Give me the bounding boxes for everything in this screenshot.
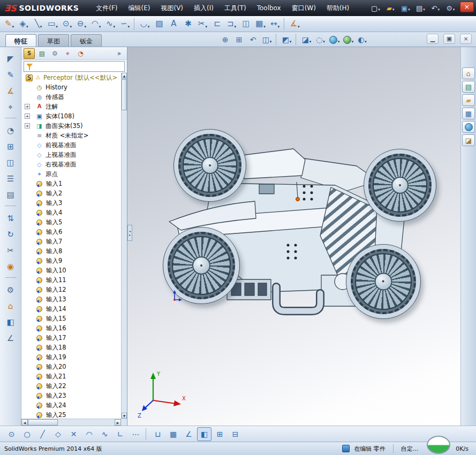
- menu-insert[interactable]: 插入(I): [190, 2, 218, 15]
- angle-snap-icon[interactable]: ∠: [182, 427, 196, 441]
- tree-item-input-18[interactable]: 输入18: [21, 343, 121, 352]
- tab-sheet-metal[interactable]: 钣金: [71, 34, 102, 47]
- dropdown-caret[interactable]: ▾: [99, 25, 101, 31]
- menu-edit[interactable]: 编辑(E): [124, 2, 155, 15]
- smart-dimension-icon[interactable]: ∡▾: [288, 17, 302, 31]
- menu-help[interactable]: 帮助(H): [322, 2, 353, 15]
- angle-tool-icon[interactable]: ∠: [4, 332, 18, 345]
- trim-entities-icon[interactable]: ✂▾: [195, 17, 210, 31]
- configurationmanager-tab-icon[interactable]: ⚙: [49, 48, 61, 59]
- tree-tabs-overflow-icon[interactable]: »: [114, 48, 125, 59]
- dropdown-caret[interactable]: ▾: [70, 25, 72, 31]
- dropdown-caret[interactable]: ▾: [453, 7, 455, 13]
- dropdown-caret[interactable]: ▾: [298, 25, 300, 31]
- save-icon[interactable]: ▣▾: [398, 2, 412, 14]
- tree-item-history[interactable]: ◷History: [21, 82, 121, 92]
- custom-properties-icon[interactable]: ◪: [462, 134, 475, 146]
- tree-item-annotations[interactable]: +A注解: [21, 102, 121, 111]
- snap-circle-icon[interactable]: ○: [20, 427, 34, 441]
- propertymanager-tab-icon[interactable]: ▤: [36, 48, 48, 59]
- tree-item-input-20[interactable]: 输入20: [21, 362, 121, 371]
- dropdown-caret[interactable]: ▾: [408, 7, 410, 13]
- scroll-down-icon[interactable]: ▼: [122, 413, 127, 419]
- rotate-tool-icon[interactable]: ↻: [4, 228, 18, 241]
- tree-item-solid-bodies[interactable]: +▣实体(108): [21, 111, 121, 121]
- tree-item-input-25[interactable]: 输入25: [21, 410, 121, 419]
- sketch-rectangle-icon[interactable]: ▭▾: [46, 17, 60, 31]
- status-customize-link[interactable]: 自定...: [401, 445, 419, 453]
- dropdown-caret[interactable]: ▾: [365, 40, 367, 46]
- tree-item-input-19[interactable]: 输入19: [21, 352, 121, 362]
- apply-scene-icon[interactable]: ▾: [342, 34, 355, 46]
- tree-item-input-17[interactable]: 输入17: [21, 333, 121, 343]
- edit-color-icon[interactable]: ✎▾: [2, 17, 17, 31]
- snap-midpoint-icon[interactable]: ◇: [51, 427, 65, 441]
- tree-item-input-24[interactable]: 输入24: [21, 400, 121, 410]
- sketch-spline-icon[interactable]: ∿▾: [103, 17, 118, 31]
- menu-file[interactable]: 文件(F): [92, 2, 122, 15]
- hide-show-items-icon[interactable]: ◌▾: [314, 34, 327, 46]
- relations-tool-icon[interactable]: ⌖: [4, 101, 18, 113]
- sketch-circle-icon[interactable]: ⊙▾: [60, 17, 74, 31]
- dropdown-caret[interactable]: ▾: [290, 40, 292, 46]
- tab-sketch[interactable]: 草图: [38, 34, 69, 47]
- dropdown-caret[interactable]: ▾: [148, 25, 150, 31]
- previous-view-icon[interactable]: ↶: [246, 34, 260, 46]
- list-tool-icon[interactable]: ☰: [4, 172, 18, 185]
- menu-view[interactable]: 视图(V): [156, 2, 187, 15]
- split-view-icon[interactable]: ⊞: [213, 427, 227, 441]
- tree-item-input-6[interactable]: 输入6: [21, 227, 121, 237]
- collapse-view-icon[interactable]: ⊟: [228, 427, 243, 441]
- tree-item-input-16[interactable]: 输入16: [21, 323, 121, 333]
- sketch-slot-icon[interactable]: ⊖▾: [74, 17, 89, 31]
- tree-item-input-11[interactable]: 输入11: [21, 275, 121, 285]
- solidworks-resources-icon[interactable]: ⌂: [462, 67, 475, 79]
- menu-tools[interactable]: 工具(T): [220, 2, 251, 15]
- dropdown-caret[interactable]: ▾: [338, 40, 340, 46]
- tree-item-input-10[interactable]: 输入10: [21, 266, 121, 275]
- view-palette-icon[interactable]: ▦: [462, 108, 475, 119]
- appearance-swatch-icon[interactable]: ◈▾: [17, 17, 31, 31]
- new-document-icon[interactable]: ▢▾: [368, 2, 382, 14]
- snap-intersection-icon[interactable]: ✕: [66, 427, 81, 441]
- hatch-icon[interactable]: ▨: [152, 17, 167, 31]
- snap-arc-icon[interactable]: ◠: [82, 427, 96, 441]
- zoom-fit-icon[interactable]: ⊕: [218, 34, 232, 46]
- expander-icon[interactable]: +: [25, 104, 30, 109]
- dropdown-caret[interactable]: ▾: [352, 40, 354, 46]
- panel-splitter-handle[interactable]: ◂▸: [127, 225, 132, 241]
- tree-item-input-14[interactable]: 输入14: [21, 304, 121, 314]
- shaded-sketch-icon[interactable]: ◧: [197, 427, 211, 441]
- tree-horizontal-scrollbar[interactable]: ◀ ▶: [21, 419, 121, 426]
- display-tool-icon[interactable]: ◔: [4, 124, 18, 137]
- weld-symbol-icon[interactable]: ⊔: [150, 427, 165, 441]
- graphics-viewport[interactable]: Y X Z ◂▸: [127, 47, 460, 426]
- target-tool-icon[interactable]: ◉: [4, 260, 18, 273]
- edit-appearance-icon[interactable]: ▾: [328, 34, 341, 46]
- open-document-icon[interactable]: ▰▾: [383, 2, 397, 14]
- performance-gauge[interactable]: [427, 436, 450, 454]
- appearances-scenes-icon[interactable]: [462, 121, 475, 133]
- tree-item-origin[interactable]: ⌖原点: [21, 169, 121, 179]
- sheet-tool-icon[interactable]: ▤: [4, 188, 18, 201]
- displaymanager-tab-icon[interactable]: ◔: [75, 48, 86, 59]
- dimension-tool-icon[interactable]: ∡: [4, 85, 18, 97]
- dropdown-caret[interactable]: ▾: [85, 25, 87, 31]
- tree-item-surface-bodies[interactable]: +◨曲面实体(35): [21, 121, 121, 131]
- sketch-tool-icon[interactable]: ✎: [4, 69, 18, 81]
- file-explorer-icon[interactable]: ▰: [462, 94, 475, 106]
- design-library-icon[interactable]: ▤: [462, 81, 475, 93]
- tree-item-material[interactable]: ≡材质 <未指定>: [21, 131, 121, 140]
- sketch-point-icon[interactable]: ✱: [181, 17, 195, 31]
- scroll-right-icon[interactable]: ▶: [115, 419, 121, 426]
- expander-icon[interactable]: +: [25, 113, 30, 119]
- snap-point-icon[interactable]: ⊙: [4, 427, 19, 441]
- select-tool-icon[interactable]: ◤: [4, 52, 18, 65]
- mirror-tool-icon[interactable]: ◫: [4, 156, 18, 169]
- dropdown-caret[interactable]: ▾: [12, 25, 14, 31]
- dropdown-caret[interactable]: ▾: [423, 7, 425, 13]
- tree-item-input-9[interactable]: 输入9: [21, 256, 121, 266]
- scroll-left-icon[interactable]: ◀: [21, 419, 28, 426]
- convert-entities-icon[interactable]: ⊏: [210, 17, 224, 31]
- tree-vertical-scrollbar[interactable]: ▲ ▼: [121, 73, 127, 419]
